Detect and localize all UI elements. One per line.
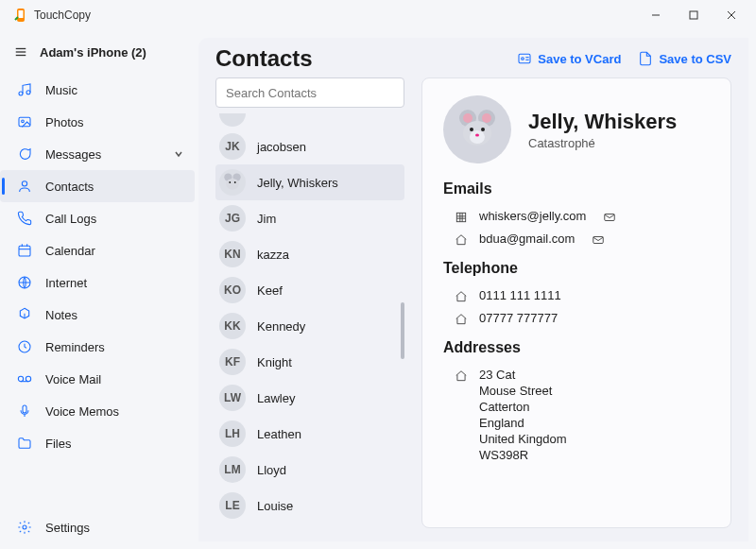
svg-point-41 <box>470 130 485 144</box>
addresses-heading: Addresses <box>443 339 710 356</box>
contact-name: Jelly, Whiskers <box>528 110 677 134</box>
address-row: 23 CatMouse StreetCattertonEnglandUnited… <box>443 364 710 466</box>
emails-heading: Emails <box>443 180 710 197</box>
contact-row[interactable]: JGJim <box>215 200 404 236</box>
contact-row[interactable]: Jelly, Whiskers <box>215 164 404 200</box>
svg-rect-14 <box>19 246 30 256</box>
email-value: whiskers@jelly.com <box>479 209 586 223</box>
contact-name-label: Lawley <box>257 391 295 405</box>
sidebar-item-label: Contacts <box>45 180 94 194</box>
svg-point-44 <box>475 134 479 137</box>
svg-rect-45 <box>456 213 465 221</box>
svg-point-39 <box>482 113 491 123</box>
mail-icon[interactable] <box>592 233 605 247</box>
reminders-icon <box>17 339 32 354</box>
home-icon <box>455 233 468 247</box>
svg-point-43 <box>481 128 485 131</box>
hamburger-icon[interactable] <box>13 45 28 59</box>
svg-point-22 <box>26 376 30 381</box>
contact-row[interactable]: LFLucynda <box>215 523 404 528</box>
list-item[interactable] <box>215 113 404 129</box>
home-icon <box>455 290 468 303</box>
sidebar-item-notes[interactable]: Notes <box>0 299 195 331</box>
contact-row[interactable]: KKKennedy <box>215 308 404 344</box>
content-header: Contacts Save to VCard Save to CSV <box>198 38 748 77</box>
svg-point-12 <box>22 120 25 123</box>
sidebar-item-reminders[interactable]: Reminders <box>0 331 195 363</box>
avatar: KN <box>219 241 246 267</box>
sidebar-item-label: Voice Memos <box>45 404 119 419</box>
svg-point-35 <box>234 181 236 183</box>
calendar-icon <box>17 243 32 258</box>
sidebar-item-contacts[interactable]: Contacts <box>0 170 195 202</box>
svg-rect-1 <box>19 10 24 18</box>
svg-rect-51 <box>593 237 604 244</box>
address-line: England <box>479 416 567 430</box>
contact-row[interactable]: LELouise <box>215 488 404 523</box>
close-button[interactable] <box>713 2 750 28</box>
svg-point-42 <box>470 128 473 131</box>
contact-name-label: Lloyd <box>257 463 286 477</box>
sidebar-item-music[interactable]: Music <box>0 74 195 106</box>
search-input[interactable] <box>215 77 404 108</box>
sidebar-item-label: Internet <box>45 276 87 290</box>
sidebar-item-internet[interactable]: Internet <box>0 266 195 299</box>
sidebar-item-calendar[interactable]: Calendar <box>0 234 195 266</box>
contact-row[interactable]: KFKnight <box>215 344 404 380</box>
sidebar-item-voicememos[interactable]: Voice Memos <box>0 395 195 427</box>
contacts-icon <box>17 179 32 194</box>
sidebar-item-messages[interactable]: Messages <box>0 138 195 170</box>
address-line: 23 Cat <box>479 368 567 382</box>
contact-name-label: Kennedy <box>257 319 305 334</box>
contact-subtitle: Catastrophé <box>528 136 677 150</box>
device-row[interactable]: Adam's iPhone (2) <box>0 36 195 68</box>
svg-point-21 <box>18 376 23 381</box>
sidebar-item-label: Voice Mail <box>45 372 101 386</box>
avatar: LE <box>219 492 246 519</box>
address-line: Mouse Street <box>479 384 567 398</box>
contact-row[interactable]: LMLloyd <box>215 452 404 488</box>
contact-row[interactable]: LWLawley <box>215 380 404 416</box>
sidebar-item-label: Messages <box>45 147 101 162</box>
maximize-button[interactable] <box>675 2 713 28</box>
svg-rect-27 <box>519 54 530 62</box>
svg-point-9 <box>19 92 23 95</box>
sidebar-item-calllogs[interactable]: Call Logs <box>0 202 195 234</box>
email-value: bdua@gmail.com <box>479 232 575 246</box>
mail-icon[interactable] <box>603 211 616 224</box>
contact-row[interactable]: LHLeathen <box>215 416 404 452</box>
svg-point-33 <box>226 179 239 190</box>
contact-name-label: jacobsen <box>257 140 306 154</box>
contact-row[interactable]: KOKeef <box>215 272 404 308</box>
save-vcard-button[interactable]: Save to VCard <box>517 51 621 66</box>
contact-row[interactable]: JKjacobsen <box>215 129 404 164</box>
sidebar-item-photos[interactable]: Photos <box>0 106 195 138</box>
gear-icon <box>17 520 32 535</box>
sidebar-item-files[interactable]: Files <box>0 427 195 459</box>
svg-point-38 <box>463 113 472 123</box>
avatar: JK <box>219 133 246 160</box>
save-csv-button[interactable]: Save to CSV <box>638 51 731 66</box>
contact-row[interactable]: KNkazza <box>215 236 404 272</box>
voicemail-icon <box>17 371 32 386</box>
svg-point-13 <box>22 181 26 186</box>
sidebar-item-voicemail[interactable]: Voice Mail <box>0 363 195 395</box>
avatar: KK <box>219 313 246 339</box>
sidebar-item-settings[interactable]: Settings <box>0 511 195 543</box>
sidebar-item-label: Notes <box>45 308 77 322</box>
contact-name-label: Louise <box>257 499 293 513</box>
contact-name-label: Knight <box>257 355 292 369</box>
building-icon <box>455 211 468 224</box>
home-icon <box>455 313 468 326</box>
contact-name-label: Jelly, Whiskers <box>257 176 338 190</box>
svg-rect-50 <box>605 214 615 221</box>
svg-point-34 <box>229 181 231 183</box>
svg-point-26 <box>23 525 26 529</box>
sidebar-item-label: Music <box>45 83 77 97</box>
contact-name-label: kazza <box>257 248 289 262</box>
app-icon <box>13 8 28 23</box>
sidebar-item-label: Reminders <box>45 340 105 354</box>
sidebar-item-label: Call Logs <box>45 212 96 226</box>
contacts-list[interactable]: JKjacobsenJelly, WhiskersJGJimKNkazzaKOK… <box>215 113 404 528</box>
minimize-button[interactable] <box>637 2 675 28</box>
